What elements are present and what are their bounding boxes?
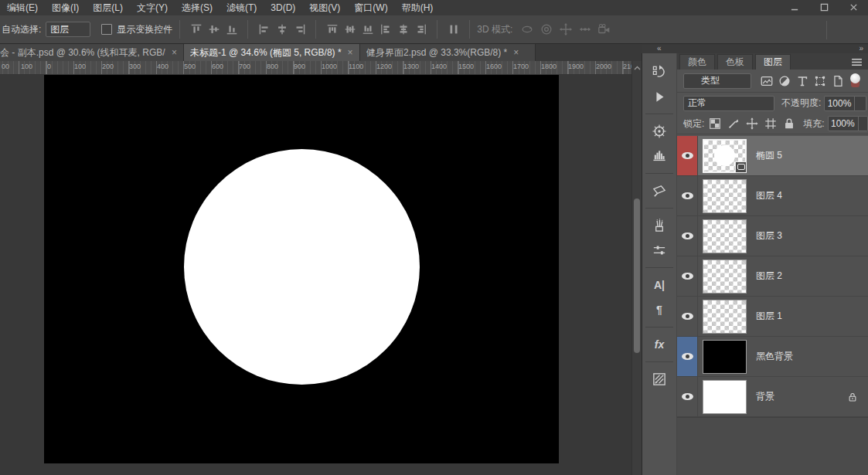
3d-pan-icon[interactable] xyxy=(556,20,575,39)
layer-thumbnail[interactable] xyxy=(703,179,747,213)
horizontal-ruler[interactable]: 0010001002003004005006007008009001000110… xyxy=(0,61,631,75)
layer-name[interactable]: 图层 2 xyxy=(756,270,782,283)
white-ellipse-shape[interactable] xyxy=(184,149,420,385)
scroll-up-arrow-icon[interactable] xyxy=(632,63,642,73)
layer-lock-icon[interactable] xyxy=(847,392,858,402)
lock-position-icon[interactable] xyxy=(744,116,760,131)
layer-row[interactable]: 黑色背景 xyxy=(677,337,868,377)
navigator-panel-icon[interactable] xyxy=(642,120,676,143)
layer-name[interactable]: 图层 1 xyxy=(756,310,782,323)
brush-presets-panel-icon[interactable] xyxy=(642,214,676,237)
layer-thumbnail[interactable] xyxy=(703,380,747,414)
align-left-edges-icon[interactable] xyxy=(255,20,273,39)
collapse-dock-right-arrow[interactable]: » xyxy=(859,45,863,53)
layer-visibility-cell[interactable] xyxy=(677,256,698,296)
menu-item[interactable]: 编辑(E) xyxy=(0,0,45,15)
distribute-bottom-edges-icon[interactable] xyxy=(359,20,376,39)
filter-smart-objects-icon[interactable] xyxy=(829,73,846,90)
brush-settings-panel-icon[interactable] xyxy=(642,239,676,262)
character-panel-icon[interactable]: A| xyxy=(642,273,676,297)
menu-item[interactable]: 文字(Y) xyxy=(130,0,175,15)
distribute-horizontal-centers-icon[interactable] xyxy=(394,20,412,39)
layer-visibility-cell[interactable] xyxy=(677,337,698,376)
layer-row[interactable]: 椭圆 5 xyxy=(677,136,868,176)
layer-thumbnail[interactable] xyxy=(703,139,747,173)
layer-visibility-cell[interactable] xyxy=(677,176,698,215)
vertical-scrollbar[interactable] xyxy=(631,61,642,475)
layer-row[interactable]: 背景 xyxy=(677,377,868,417)
menu-item[interactable]: 选择(S) xyxy=(175,0,220,15)
layer-name[interactable]: 图层 4 xyxy=(756,189,782,202)
layer-name[interactable]: 椭圆 5 xyxy=(756,149,782,162)
layer-row[interactable]: 图层 2 xyxy=(677,256,868,297)
distribute-vertical-centers-icon[interactable] xyxy=(341,20,359,39)
layer-thumbnail[interactable] xyxy=(703,219,747,253)
filter-type-layers-icon[interactable] xyxy=(794,73,811,90)
layer-name[interactable]: 黑色背景 xyxy=(756,350,793,363)
filter-adjustment-layers-icon[interactable] xyxy=(776,73,793,90)
layer-visibility-cell[interactable] xyxy=(677,377,698,416)
layer-thumbnail[interactable] xyxy=(703,260,747,293)
menu-item[interactable]: 帮助(H) xyxy=(395,0,441,15)
align-bottom-edges-icon[interactable] xyxy=(223,20,240,39)
layer-row[interactable]: 图层 1 xyxy=(677,297,868,337)
workspace-icon[interactable] xyxy=(834,20,853,40)
layer-name[interactable]: 图层 3 xyxy=(756,229,782,243)
layer-thumbnail[interactable] xyxy=(703,300,747,334)
chevron-down-icon[interactable] xyxy=(853,20,865,40)
opacity-value-box[interactable]: 100% xyxy=(824,96,855,111)
lock-transparent-pixels-icon[interactable] xyxy=(707,116,723,131)
layer-visibility-cell[interactable] xyxy=(677,216,698,256)
distribute-top-edges-icon[interactable] xyxy=(323,20,341,39)
menu-item[interactable]: 视图(V) xyxy=(302,0,347,15)
layer-styles-panel-icon[interactable]: fx xyxy=(642,333,676,356)
blend-mode-dropdown[interactable]: 正常 xyxy=(683,96,774,111)
histogram-panel-icon[interactable] xyxy=(642,144,676,168)
distribute-right-edges-icon[interactable] xyxy=(412,20,430,39)
maximize-icon[interactable] xyxy=(809,0,839,15)
layer-visibility-cell[interactable] xyxy=(677,136,698,175)
lock-all-icon[interactable] xyxy=(781,116,797,131)
3d-roll-icon[interactable] xyxy=(536,20,556,39)
search-icon[interactable] xyxy=(799,20,819,40)
actions-panel-icon[interactable] xyxy=(642,85,676,108)
layer-row[interactable]: 图层 3 xyxy=(677,216,868,256)
lock-artboard-icon[interactable] xyxy=(763,116,778,131)
close-tab-icon[interactable]: × xyxy=(348,47,353,58)
panel-tab-inactive[interactable]: 色板 xyxy=(717,54,753,70)
info-panel-icon[interactable] xyxy=(642,179,676,202)
distribute-left-edges-icon[interactable] xyxy=(376,20,394,39)
layer-filtering-switch[interactable] xyxy=(850,73,860,88)
align-top-edges-icon[interactable] xyxy=(187,20,205,39)
collapse-dock-left-arrow[interactable]: « xyxy=(657,45,662,53)
distribute-spacing-icon[interactable] xyxy=(444,20,462,39)
history-panel-icon[interactable] xyxy=(642,60,676,83)
document-tab[interactable]: 未标题-1 @ 34.6% (椭圆 5, RGB/8) *× xyxy=(184,44,360,61)
filter-pixel-layers-icon[interactable] xyxy=(758,73,775,90)
panel-menu-icon[interactable] xyxy=(849,56,863,67)
fill-value-box[interactable]: 100% xyxy=(828,116,859,131)
properties-panel-icon[interactable] xyxy=(642,368,676,391)
menu-item[interactable]: 滤镜(T) xyxy=(220,0,264,15)
layer-thumbnail[interactable] xyxy=(703,340,747,374)
align-right-edges-icon[interactable] xyxy=(291,20,308,39)
canvas-viewport[interactable] xyxy=(0,75,631,475)
document-canvas[interactable] xyxy=(44,75,559,463)
menu-item[interactable]: 图层(L) xyxy=(86,0,130,15)
menu-item[interactable]: 图像(I) xyxy=(45,0,86,15)
close-icon[interactable] xyxy=(839,0,868,15)
paragraph-panel-icon[interactable]: ¶ xyxy=(642,298,676,321)
close-tab-icon[interactable]: × xyxy=(172,47,177,58)
minimize-icon[interactable] xyxy=(780,0,809,15)
filter-type-dropdown[interactable]: 类型 xyxy=(683,73,751,89)
layer-name[interactable]: 背景 xyxy=(756,390,774,403)
menu-item[interactable]: 3D(D) xyxy=(264,0,302,15)
show-transform-checkbox[interactable] xyxy=(101,24,112,35)
lock-image-pixels-icon[interactable] xyxy=(726,116,741,131)
panel-tab-inactive[interactable]: 颜色 xyxy=(679,54,715,70)
opacity-chevron-icon[interactable] xyxy=(855,96,866,111)
3d-slide-icon[interactable] xyxy=(575,20,594,39)
align-horizontal-centers-icon[interactable] xyxy=(273,20,291,39)
layer-row[interactable]: 图层 4 xyxy=(677,176,868,216)
fill-chevron-icon[interactable] xyxy=(859,116,868,131)
